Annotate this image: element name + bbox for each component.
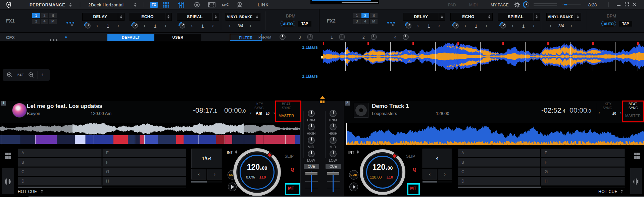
fx2-assign-m[interactable]: M [370, 19, 378, 24]
mixer-ch1-cue-button[interactable]: CUE [304, 164, 319, 169]
deck1-int-mode[interactable]: INT [227, 150, 233, 154]
deck1-pad-mode-label[interactable]: HOT CUE [18, 189, 37, 194]
cfx-param-knob[interactable] [280, 34, 286, 40]
mixer-ch2-high-knob[interactable] [330, 123, 337, 130]
mixer-panel-icon[interactable] [178, 2, 185, 8]
lyrics-abc-icon[interactable]: ABC [221, 3, 229, 7]
fx1-assign-4[interactable]: 4 [41, 19, 48, 24]
deck2-pad-d[interactable]: D [458, 177, 540, 186]
chevron-updown-icon[interactable] [575, 13, 581, 21]
fx1-slot3-next[interactable]: › [212, 23, 214, 28]
fx1-release-prev[interactable]: ‹ [229, 23, 231, 28]
fx2-slot3-select[interactable]: SPIRAL [498, 13, 540, 21]
fx2-release-prev[interactable]: ‹ [550, 23, 551, 28]
my-page-button[interactable]: MY PAGE [491, 3, 509, 7]
deck2-pad-b[interactable]: B [458, 158, 540, 167]
deck1-pad-e[interactable]: E [102, 149, 186, 157]
fx2-slot1-next[interactable]: › [438, 23, 440, 28]
fx1-release-select[interactable]: VINYL BRAKE [226, 13, 260, 21]
fx1-slot3-prev[interactable]: ‹ [191, 23, 193, 28]
deck2-track-preview[interactable] [346, 123, 644, 145]
cfx-knob-deck1[interactable] [339, 34, 345, 40]
video-icon[interactable] [208, 2, 215, 7]
fx2-slot3-next[interactable]: › [533, 23, 535, 28]
mixer-ch2-low-knob[interactable] [330, 150, 337, 157]
chevron-updown-icon[interactable] [118, 13, 124, 21]
cfx-default-tab[interactable]: DEFAULT [107, 34, 154, 41]
deck2-pad-g[interactable]: G [541, 167, 625, 176]
fx-panel-icon[interactable]: FX [150, 2, 158, 8]
mixer-ch2-mid-knob[interactable] [330, 137, 337, 144]
deck2-pad-h[interactable]: H [541, 177, 625, 186]
fx1-slot2-next[interactable]: › [165, 23, 166, 28]
deck1-track-preview[interactable] [0, 123, 300, 145]
fx1-assign-s[interactable]: S [49, 13, 57, 18]
deck2-pad-mode-label[interactable]: HOT CUE [598, 189, 617, 194]
fx1-assign-1[interactable]: 1 [32, 13, 40, 18]
deck1-play-button[interactable] [228, 183, 237, 191]
deck1-key-next[interactable]: › [274, 111, 275, 115]
deck2-loop-double-button[interactable]: › [438, 169, 452, 180]
fx2-release-select[interactable]: VINYL BRAKE [546, 13, 581, 21]
maximize-button[interactable] [625, 2, 629, 6]
deck1-quantize-button[interactable]: Q [291, 167, 294, 172]
deck1-pad-f[interactable]: F [102, 158, 186, 167]
deck2-key-prev[interactable]: ‹ [598, 111, 600, 115]
deck2-sampler-panel[interactable] [630, 168, 642, 194]
chevron-updown-icon[interactable] [533, 13, 540, 21]
mode-selector-chevrons[interactable] [69, 3, 72, 7]
fx2-slot2-prev[interactable]: ‹ [464, 23, 466, 28]
midi-mode-button[interactable]: MIDI [469, 3, 478, 7]
fx1-slot1-knob[interactable] [85, 23, 91, 29]
deck1-loop-double-button[interactable]: › [207, 169, 222, 180]
deck2-loop-half-button[interactable]: ‹ [423, 169, 437, 180]
deck2-play-button[interactable] [349, 183, 358, 191]
fx1-assign-2[interactable]: 2 [41, 13, 48, 18]
deck1-pad-b[interactable]: B [18, 158, 102, 167]
mixer-ch2-fader-handle[interactable] [327, 171, 340, 175]
fx2-more-dots[interactable] [387, 19, 396, 25]
deck2-pad-mode-chevrons[interactable] [621, 190, 623, 193]
fx2-slot2-knob[interactable] [453, 23, 459, 29]
mixer-ch1-mid-knob[interactable] [308, 137, 315, 144]
deck1-pad-a[interactable]: A [18, 149, 102, 157]
fx2-release-next[interactable]: › [571, 23, 572, 28]
fx1-slot2-select[interactable]: ECHO [130, 13, 172, 21]
deck2-loop-scrollbar[interactable] [423, 181, 452, 183]
fx2-slot3-prev[interactable]: ‹ [512, 23, 513, 28]
fx1-release-next[interactable]: › [250, 23, 251, 28]
fx1-slot1-prev[interactable]: ‹ [96, 23, 98, 28]
deck2-int-chevrons[interactable] [357, 150, 359, 154]
fx1-bpm-tap-button[interactable]: TAP [298, 21, 311, 27]
fx1-slot3-knob[interactable] [180, 23, 185, 29]
deck1-sampler-panel[interactable] [2, 168, 14, 194]
headphone-mix-knob[interactable] [524, 2, 529, 7]
fx1-slot3-select[interactable]: SPIRAL [177, 13, 219, 21]
deck1-pad-scrollbar[interactable] [18, 187, 186, 188]
fx2-slot2-select[interactable]: ECHO [450, 13, 493, 21]
fx2-assign-2[interactable]: 2 [361, 13, 369, 18]
mode-selector-label[interactable]: PERFORMANCE [30, 2, 65, 7]
deck2-waveform[interactable] [323, 42, 644, 71]
deck2-slip-button[interactable]: SLIP [406, 154, 415, 159]
fx1-slot2-prev[interactable]: ‹ [144, 23, 145, 28]
deck1-slip-button[interactable]: SLIP [285, 154, 294, 159]
cfx-user-tab[interactable]: USER [154, 34, 201, 41]
link-button[interactable]: LINK [258, 2, 269, 7]
deck1-pad-view-icon[interactable] [5, 152, 11, 159]
cfx-knob-deck4[interactable] [403, 34, 409, 40]
mixer-ch2-trim-knob[interactable] [330, 110, 337, 117]
zoom-in-icon[interactable] [7, 72, 13, 78]
mixer-ch1-low-knob[interactable] [308, 150, 315, 157]
chevron-updown-icon[interactable] [439, 13, 445, 21]
deck2-pad-scrollbar[interactable] [458, 187, 625, 188]
master-volume-handle[interactable] [564, 4, 567, 5]
pad-mode-button[interactable]: PAD [448, 3, 456, 7]
fx2-assign-4[interactable]: 4 [361, 19, 369, 24]
deck1-pad-c[interactable]: C [18, 167, 102, 176]
fx1-slot2-knob[interactable] [132, 23, 138, 29]
mixer-ch1-fader-handle[interactable] [305, 171, 318, 175]
cfx-more-dots[interactable] [50, 36, 59, 42]
deck2-key-next[interactable]: › [620, 111, 622, 115]
deck1-int-chevrons[interactable] [235, 150, 237, 154]
